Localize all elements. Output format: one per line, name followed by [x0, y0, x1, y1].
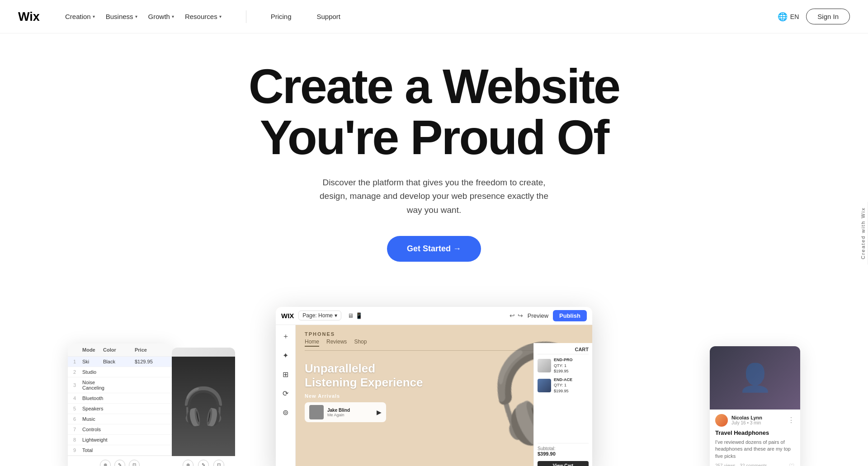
editor-canvas: TPHONES Home Reviews Shop Unparalleled L…: [296, 325, 592, 466]
shop-nav-home[interactable]: Home: [305, 339, 319, 347]
player-thumbnail: [309, 405, 324, 419]
table-ctrl-btn[interactable]: ⊡: [129, 460, 140, 466]
chevron-down-icon: ▾: [135, 14, 137, 19]
table-row: 3 Noise Canceling: [68, 377, 172, 393]
redo-icon[interactable]: ↪: [518, 312, 523, 319]
hero-section: Create a Website You're Proud Of Discove…: [0, 0, 868, 280]
cart-item-info: END-PRO QTY: 1 $199.95: [554, 357, 573, 374]
product-table-panel: Mode Color Price 1 Ski Black $129.95 2 S…: [68, 344, 172, 466]
blog-footer: 257 views 32 comments ♡: [715, 462, 795, 466]
svg-text:Wix: Wix: [18, 10, 40, 24]
play-button[interactable]: ▶: [377, 409, 382, 416]
editor-wix-logo: WIX: [281, 312, 294, 320]
blog-card-body: Nicolas Lynn July 16 • 3 min ⋮ Travel He…: [710, 410, 800, 466]
preview-button[interactable]: Preview: [528, 312, 548, 319]
author-row: Nicolas Lynn July 16 • 3 min ⋮: [715, 414, 795, 427]
page-selector[interactable]: Page: Home ▾: [298, 311, 341, 320]
tool-apps[interactable]: ⊞: [278, 367, 293, 382]
table-row: 9 Total: [68, 445, 172, 456]
person-illustration: 👤: [738, 362, 772, 394]
author-info: Nicolas Lynn July 16 • 3 min: [731, 415, 784, 425]
nav-right: 🌐 EN Sign In: [778, 9, 850, 24]
wix-editor: WIX Page: Home ▾ 🖥 📱 ↩ ↪ Preview Publish…: [276, 307, 592, 466]
cart-item-image: [538, 379, 551, 392]
product-ctrl-grid[interactable]: ⊡: [213, 460, 224, 466]
headphone-mini-controls: ⊕ ✎ ⊡: [172, 456, 235, 466]
undo-icon[interactable]: ↩: [509, 312, 515, 319]
cart-item: END-PRO QTY: 1 $199.95: [538, 357, 589, 374]
blog-stats: 257 views 32 comments: [715, 463, 767, 466]
product-ctrl-add[interactable]: ⊕: [183, 460, 193, 466]
chevron-down-icon: ▾: [219, 14, 222, 19]
product-table-header: Mode Color Price: [68, 344, 172, 357]
table-row: 4 Bluetooth: [68, 393, 172, 404]
nav-divider: [246, 10, 246, 23]
nav-item-growth[interactable]: Growth ▾: [144, 10, 179, 23]
view-cart-button[interactable]: View Cart: [538, 461, 589, 466]
table-ctrl-btn[interactable]: ✎: [114, 460, 125, 466]
blog-card-image: 👤: [710, 346, 800, 410]
table-row: 5 Speakers: [68, 404, 172, 414]
get-started-button[interactable]: Get Started →: [387, 236, 481, 262]
publish-button[interactable]: Publish: [553, 310, 587, 321]
tool-add[interactable]: ＋: [278, 329, 293, 344]
table-ctrl-btn[interactable]: ⊕: [100, 460, 111, 466]
nav-item-pricing[interactable]: Pricing: [266, 10, 296, 23]
table-row: 2 Studio: [68, 367, 172, 377]
nav-left: Wix Creation ▾ Business ▾ Growth ▾ Resou…: [18, 10, 345, 24]
editor-toolbox: ＋ ✦ ⊞ ⟳ ⊚: [276, 325, 296, 466]
mobile-icon[interactable]: 📱: [355, 312, 363, 319]
device-toggle: 🖥 📱: [348, 312, 363, 319]
tool-layers[interactable]: ✦: [278, 348, 293, 363]
tool-media[interactable]: ⟳: [278, 386, 293, 401]
tool-database[interactable]: ⊚: [278, 405, 293, 420]
blog-excerpt: I've reviewed dozens of pairs of headpho…: [715, 439, 795, 460]
audio-player: Jake Blind Me Again ▶: [305, 402, 386, 422]
cart-item-image: [538, 359, 551, 372]
nav-item-support[interactable]: Support: [312, 10, 345, 23]
cart-subtotal: Subtotal: $399.90: [538, 443, 589, 457]
nav-item-creation[interactable]: Creation ▾: [61, 10, 99, 23]
table-row: 6 Music: [68, 414, 172, 424]
cart-panel: CART END-PRO QTY: 1 $199.95 END-ACE QTY:…: [533, 343, 592, 466]
sign-in-button[interactable]: Sign In: [806, 9, 850, 24]
headphone-mini-image: 🎧: [172, 357, 235, 456]
chevron-down-icon: ▾: [172, 14, 174, 19]
table-controls: ⊕ ✎ ⊡: [68, 456, 172, 466]
blog-title: Travel Headphones: [715, 429, 795, 437]
cart-item: END-ACE QTY: 1 $199.95: [538, 377, 589, 394]
player-info: Jake Blind Me Again: [327, 408, 373, 417]
globe-icon: 🌐: [778, 12, 788, 22]
chevron-down-icon: ▾: [93, 14, 95, 19]
wix-logo[interactable]: Wix: [18, 10, 44, 24]
shop-nav-shop[interactable]: Shop: [354, 339, 367, 347]
table-row: 1 Ski Black $129.95: [68, 357, 172, 367]
author-avatar: [715, 414, 728, 427]
nav-dropdown-items: Creation ▾ Business ▾ Growth ▾ Resources…: [61, 10, 226, 23]
navbar: Wix Creation ▾ Business ▾ Growth ▾ Resou…: [0, 0, 868, 33]
nav-item-resources[interactable]: Resources ▾: [180, 10, 226, 23]
screenshots-area: Mode Color Price 1 Ski Black $129.95 2 S…: [0, 302, 868, 466]
shop-nav-reviews[interactable]: Reviews: [326, 339, 347, 347]
language-selector[interactable]: 🌐 EN: [778, 12, 799, 22]
more-options-icon[interactable]: ⋮: [788, 416, 795, 424]
blog-card: 👤 Nicolas Lynn July 16 • 3 min ⋮ Travel …: [710, 346, 800, 466]
table-row: 8 Lightweight: [68, 435, 172, 445]
hero-subtitle: Discover the platform that gives you the…: [316, 176, 552, 217]
undo-redo-controls: ↩ ↪: [509, 312, 523, 319]
product-ctrl-edit[interactable]: ✎: [198, 460, 209, 466]
shop-brand-name: TPHONES: [305, 331, 583, 337]
nav-item-business[interactable]: Business ▾: [101, 10, 142, 23]
table-row: 7 Controls: [68, 424, 172, 435]
heart-icon[interactable]: ♡: [789, 462, 795, 466]
headphone-mini-panel: 🎧 ⊕ ✎ ⊡: [172, 348, 235, 466]
chevron-down-icon: ▾: [335, 312, 337, 319]
cart-item-info: END-ACE QTY: 1 $199.95: [554, 377, 572, 394]
created-with-wix-badge: Created with Wix: [859, 202, 868, 264]
desktop-icon[interactable]: 🖥: [348, 312, 354, 319]
editor-topbar: WIX Page: Home ▾ 🖥 📱 ↩ ↪ Preview Publish: [276, 307, 592, 325]
hero-title: Create a Website You're Proud Of: [249, 61, 619, 163]
